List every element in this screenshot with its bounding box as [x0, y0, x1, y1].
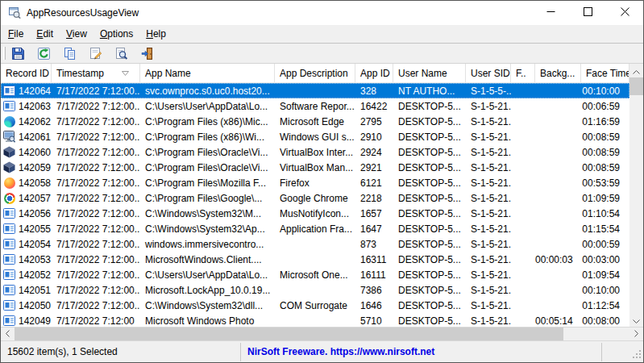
nirsoft-link[interactable]: NirSoft Freeware. https://www.nirsoft.ne… — [247, 341, 434, 363]
column-header-app-description[interactable]: App Description — [275, 64, 355, 82]
app-description-cell: Microsoft One... — [275, 269, 355, 281]
timestamp-cell: 7/17/2022 7:12:00... — [52, 116, 140, 127]
app-name-cell: C:\Windows\System32\M... — [140, 208, 275, 219]
user-name-cell: DESKTOP-5... — [393, 223, 466, 235]
column-header-app-name[interactable]: App Name — [140, 64, 275, 82]
app-description-cell: MusNotifyIcon... — [275, 208, 355, 219]
app-id-cell: 328 — [355, 86, 393, 97]
toolbar-properties-button[interactable] — [88, 46, 103, 61]
face-time-cell: 00:03:00 — [581, 254, 629, 265]
column-header-app-id[interactable]: App ID — [355, 64, 393, 82]
face-time-cell: 00:08:59 — [581, 131, 629, 143]
column-label: Backg... — [540, 68, 575, 79]
minimize-button[interactable] — [532, 1, 569, 25]
record-id: 142063 — [19, 101, 51, 112]
toolbar-save-button[interactable] — [10, 46, 26, 61]
header-row: Record IDTimestampApp NameApp Descriptio… — [1, 64, 629, 83]
column-header-f[interactable]: F.. — [511, 64, 535, 82]
user-sid-cell: S-1-5-21... — [466, 208, 511, 219]
default-app-icon — [3, 315, 15, 327]
app-id-cell: 7386 — [355, 285, 393, 296]
horizontal-scroll-thumb[interactable] — [15, 328, 563, 340]
app-name-cell: Microsoft Windows Photo — [140, 315, 275, 327]
table-row[interactable]: 1420577/17/2022 7:12:00...C:\Program Fil… — [1, 190, 629, 206]
table-row[interactable]: 1420517/17/2022 7:12:00...Microsoft.Lock… — [1, 282, 629, 298]
table-row[interactable]: 1420567/17/2022 7:12:00...C:\Windows\Sys… — [1, 206, 629, 221]
default-app-icon — [3, 253, 15, 265]
vertical-scroll-thumb[interactable] — [629, 77, 643, 95]
default-app-icon — [3, 299, 15, 311]
resize-grip-icon[interactable] — [632, 349, 642, 362]
user-name-cell: DESKTOP-5... — [393, 177, 466, 189]
record-id-cell: 142050 — [1, 299, 52, 311]
menu-view[interactable]: View — [60, 25, 93, 43]
timestamp-cell: 7/17/2022 7:12:00... — [52, 269, 140, 281]
face-time-cell: 01:12:54 — [581, 300, 629, 311]
virtualbox-icon — [3, 146, 15, 158]
app-name-cell: C:\Program Files (x86)\Wi... — [140, 131, 275, 143]
scroll-right-button[interactable] — [629, 328, 643, 340]
user-name-cell: DESKTOP-5... — [393, 208, 466, 219]
user-name-cell: NT AUTHO... — [393, 86, 466, 97]
column-header-timestamp[interactable]: Timestamp — [52, 64, 140, 82]
table-row[interactable]: 1420497/17/2022 7:12:00Microsoft Windows… — [1, 313, 629, 327]
column-header-face-time[interactable]: Face Time — [581, 64, 629, 82]
toolbar-gripper — [3, 47, 6, 60]
record-id-cell: 142052 — [1, 269, 52, 281]
app-id-cell: 16422 — [355, 101, 393, 112]
table-row[interactable]: 1420587/17/2022 7:12:00...C:\Program Fil… — [1, 175, 629, 190]
scroll-down-button[interactable] — [629, 313, 643, 327]
default-app-icon — [3, 269, 15, 281]
vertical-scrollbar[interactable] — [629, 64, 643, 327]
maximize-button[interactable] — [569, 1, 606, 25]
table-row[interactable]: 1420537/17/2022 7:12:00...MicrosoftWindo… — [1, 252, 629, 267]
menu-edit[interactable]: Edit — [30, 25, 60, 43]
menu-options[interactable]: Options — [93, 25, 139, 43]
close-button[interactable] — [606, 1, 643, 25]
scroll-left-button[interactable] — [1, 328, 15, 340]
horizontal-scrollbar[interactable] — [1, 327, 643, 340]
user-sid-cell: S-1-5-21... — [466, 147, 511, 158]
toolbar-refresh-button[interactable] — [36, 46, 52, 61]
table-row[interactable]: 1420527/17/2022 7:12:00...C:\Users\User\… — [1, 267, 629, 282]
column-header-user-sid[interactable]: User SID — [466, 64, 511, 82]
table-row[interactable]: 1420557/17/2022 7:12:00...C:\Windows\Sys… — [1, 221, 629, 236]
toolbar-copy-button[interactable] — [62, 46, 77, 61]
menu-help[interactable]: Help — [139, 25, 172, 43]
table-row[interactable]: 1420637/17/2022 7:12:00...C:\Users\User\… — [1, 98, 629, 114]
app-description-cell: Firefox — [275, 177, 355, 189]
column-header-record-id[interactable]: Record ID — [1, 64, 52, 82]
app-description-cell: Windows GUI s... — [275, 131, 355, 143]
face-time-cell: 00:08:59 — [581, 162, 629, 173]
table-row[interactable]: 1420627/17/2022 7:12:00...C:\Program Fil… — [1, 114, 629, 129]
table-row[interactable]: 1420617/17/2022 7:12:00...C:\Program Fil… — [1, 129, 629, 144]
table-row[interactable]: 1420547/17/2022 7:12:00...windows.immers… — [1, 236, 629, 252]
column-label: Face Time — [586, 68, 629, 79]
menu-bar: FileEditViewOptionsHelp — [1, 25, 643, 43]
table: Record IDTimestampApp NameApp Descriptio… — [1, 64, 629, 327]
face-time-cell: 00:10:00 — [581, 86, 629, 97]
column-label: App Description — [280, 68, 348, 79]
record-id: 142064 — [19, 86, 51, 97]
toolbar-exit-button[interactable] — [139, 46, 155, 61]
menu-file[interactable]: File — [2, 25, 30, 43]
record-id-cell: 142059 — [1, 161, 52, 173]
column-header-user-name[interactable]: User Name — [393, 64, 466, 82]
toolbar-find-button[interactable] — [114, 46, 129, 61]
table-row[interactable]: 1420507/17/2022 7:12:00...C:\Windows\Sys… — [1, 298, 629, 313]
background-cell: 00:05:14 — [535, 315, 581, 327]
record-id: 142058 — [19, 177, 51, 189]
window-title: AppResourcesUsageView — [27, 7, 139, 19]
properties-icon — [89, 47, 102, 60]
user-sid-cell: S-1-5-21... — [466, 177, 511, 189]
face-time-cell: 01:16:59 — [581, 116, 629, 127]
table-row[interactable]: 1420597/17/2022 7:12:00...C:\Program Fil… — [1, 160, 629, 175]
scroll-up-button[interactable] — [629, 64, 643, 77]
default-app-icon — [3, 85, 15, 97]
column-label: Record ID — [6, 68, 49, 79]
timestamp-cell: 7/17/2022 7:12:00... — [52, 101, 140, 112]
column-header-backg[interactable]: Backg... — [535, 64, 581, 82]
table-row[interactable]: 1420607/17/2022 7:12:00...C:\Program Fil… — [1, 144, 629, 160]
table-row[interactable]: 1420647/17/2022 7:12:00...svc.ownproc.s0… — [1, 83, 629, 98]
record-id-cell: 142061 — [1, 131, 52, 143]
